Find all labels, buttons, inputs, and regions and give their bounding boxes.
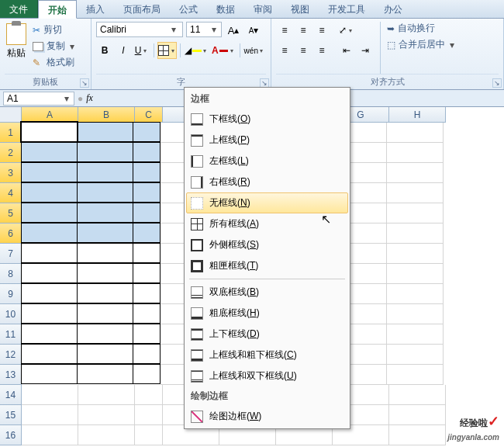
cell[interactable]: [22, 385, 78, 405]
row-header[interactable]: 9: [0, 284, 22, 304]
cell[interactable]: [133, 243, 161, 263]
italic-button[interactable]: I: [115, 42, 132, 59]
cell[interactable]: [133, 303, 161, 324]
cell[interactable]: [21, 182, 78, 203]
row-header[interactable]: 5: [0, 203, 22, 224]
border-option[interactable]: 下框线(O): [186, 109, 348, 130]
fill-color-button[interactable]: ◢▾: [184, 42, 209, 59]
cell[interactable]: [77, 344, 133, 364]
row-header[interactable]: 1: [0, 123, 22, 143]
align-bottom-button[interactable]: ≡: [313, 22, 330, 39]
format-painter-button[interactable]: ✎格式刷: [33, 56, 76, 69]
cell[interactable]: [133, 263, 161, 283]
tab-view[interactable]: 视图: [281, 0, 319, 18]
cell[interactable]: [387, 203, 444, 224]
decrease-font-button[interactable]: A▾: [245, 22, 262, 39]
border-option[interactable]: 上框线和双下框线(U): [186, 366, 348, 386]
border-option[interactable]: 绘图边框(W): [186, 406, 348, 427]
align-right-button[interactable]: ≡: [313, 42, 330, 59]
cell[interactable]: [21, 142, 78, 162]
cell[interactable]: [21, 344, 78, 364]
tab-office[interactable]: 办公: [375, 0, 412, 18]
row-header[interactable]: 2: [0, 143, 22, 163]
cell[interactable]: [77, 142, 133, 162]
align-middle-button[interactable]: ≡: [295, 22, 312, 39]
cell[interactable]: [389, 425, 446, 445]
cell[interactable]: [133, 142, 161, 162]
cell[interactable]: [133, 223, 161, 243]
cell[interactable]: [387, 244, 444, 264]
cell[interactable]: [77, 203, 133, 223]
cell[interactable]: [133, 203, 161, 223]
cell[interactable]: [77, 303, 133, 324]
cell[interactable]: [21, 324, 78, 344]
tab-data[interactable]: 数据: [207, 0, 244, 18]
cell[interactable]: [387, 365, 444, 385]
cell[interactable]: [21, 122, 78, 142]
tab-file[interactable]: 文件: [0, 0, 38, 18]
cell[interactable]: [21, 223, 78, 243]
cell[interactable]: [77, 324, 133, 344]
wrap-text-button[interactable]: ➥自动换行: [387, 22, 456, 35]
cell[interactable]: [21, 364, 78, 384]
cell[interactable]: [77, 162, 133, 182]
cell[interactable]: [21, 203, 78, 223]
cell[interactable]: [389, 405, 446, 425]
border-option[interactable]: 无框线(N): [186, 192, 348, 213]
column-header[interactable]: A: [22, 107, 78, 123]
font-name-combo[interactable]: ▾: [96, 22, 183, 37]
cell[interactable]: [387, 324, 444, 345]
cell[interactable]: [133, 162, 161, 182]
cell[interactable]: [133, 182, 161, 203]
select-all-corner[interactable]: [0, 107, 22, 123]
row-header[interactable]: 4: [0, 183, 22, 203]
column-header[interactable]: H: [389, 107, 446, 123]
increase-font-button[interactable]: A▴: [225, 22, 242, 39]
row-header[interactable]: 14: [0, 385, 22, 405]
row-header[interactable]: 11: [0, 324, 22, 345]
cell[interactable]: [77, 364, 133, 384]
font-name-input[interactable]: [100, 23, 170, 36]
cut-button[interactable]: ✂剪切: [33, 23, 76, 36]
cell[interactable]: [77, 223, 133, 243]
font-size-combo[interactable]: ▾: [186, 22, 222, 37]
tab-page-layout[interactable]: 页面布局: [114, 0, 170, 18]
tab-insert[interactable]: 插入: [77, 0, 114, 18]
border-option[interactable]: 上框线(P): [186, 130, 348, 151]
increase-indent-button[interactable]: ⇥: [357, 42, 374, 59]
cell[interactable]: [77, 243, 133, 263]
column-header[interactable]: C: [135, 107, 163, 123]
cell[interactable]: [22, 405, 78, 425]
row-header[interactable]: 3: [0, 163, 22, 183]
column-header[interactable]: B: [78, 107, 135, 123]
cell[interactable]: [21, 283, 78, 303]
cell[interactable]: [133, 122, 161, 142]
cell[interactable]: [387, 345, 444, 365]
border-option[interactable]: 所有框线(A): [186, 213, 348, 234]
tab-home[interactable]: 开始: [38, 0, 77, 19]
cell[interactable]: [135, 385, 163, 405]
row-header[interactable]: 10: [0, 304, 22, 324]
paste-button[interactable]: 粘贴: [7, 47, 26, 60]
tab-review[interactable]: 审阅: [244, 0, 281, 18]
align-top-button[interactable]: ≡: [276, 22, 293, 39]
font-size-input[interactable]: [190, 23, 210, 36]
border-option[interactable]: 左框线(L): [186, 151, 348, 172]
cell[interactable]: [135, 425, 163, 445]
cell[interactable]: [22, 425, 78, 445]
borders-button[interactable]: ▾: [157, 42, 177, 59]
border-option[interactable]: 双底框线(B): [186, 282, 348, 303]
tab-developer[interactable]: 开发工具: [319, 0, 375, 18]
cell[interactable]: [387, 304, 444, 324]
row-header[interactable]: 7: [0, 244, 22, 264]
cell[interactable]: [387, 163, 444, 183]
row-header[interactable]: 8: [0, 264, 22, 284]
underline-button[interactable]: U▾: [133, 42, 150, 59]
border-option[interactable]: 外侧框线(S): [186, 234, 348, 255]
row-header[interactable]: 13: [0, 365, 22, 385]
cell[interactable]: [133, 324, 161, 344]
border-option[interactable]: 粗底框线(H): [186, 303, 348, 324]
tab-formula[interactable]: 公式: [170, 0, 207, 18]
copy-button[interactable]: 复制▾: [33, 40, 76, 53]
font-color-button[interactable]: A▾: [211, 42, 236, 59]
